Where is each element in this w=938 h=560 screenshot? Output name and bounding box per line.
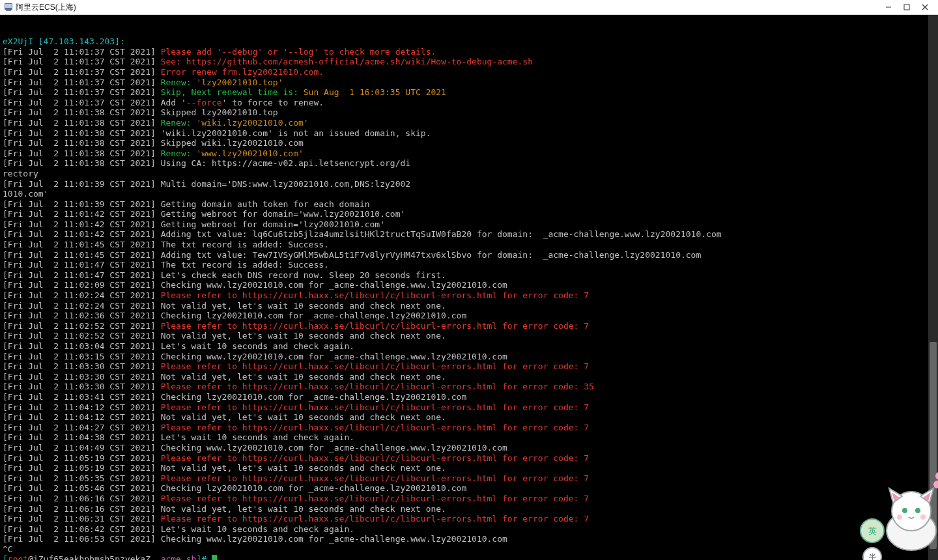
scrollbar[interactable] <box>928 15 938 560</box>
log-line: [Fri Jul 2 11:06:16 CST 2021] Please ref… <box>3 494 935 504</box>
log-line: [Fri Jul 2 11:01:37 CST 2021] Skip, Next… <box>3 87 935 98</box>
log-line: [Fri Jul 2 11:04:38 CST 2021] Let's wait… <box>3 432 935 443</box>
log-line: [Fri Jul 2 11:01:37 CST 2021] See: https… <box>3 57 935 67</box>
log-line: [Fri Jul 2 11:04:12 CST 2021] Not valid … <box>3 412 935 423</box>
log-line: [Fri Jul 2 11:01:37 CST 2021] Error rene… <box>3 67 935 77</box>
ssh-header: eX2UjI [47.103.143.203]: <box>3 36 935 47</box>
log-line: [Fri Jul 2 11:02:24 CST 2021] Not valid … <box>3 301 935 311</box>
log-line: [Fri Jul 2 11:01:47 CST 2021] Let's chec… <box>3 270 935 281</box>
log-line: [Fri Jul 2 11:03:30 CST 2021] Not valid … <box>3 372 935 382</box>
log-line: [Fri Jul 2 11:01:39 CST 2021] Getting do… <box>3 199 935 210</box>
log-line: [Fri Jul 2 11:01:42 CST 2021] Adding txt… <box>3 229 935 240</box>
log-line: [Fri Jul 2 11:04:49 CST 2021] Checking w… <box>3 443 935 453</box>
log-line: [Fri Jul 2 11:01:38 CST 2021] Skipped wi… <box>3 138 935 148</box>
log-line: [Fri Jul 2 11:01:37 CST 2021] Renew: 'lz… <box>3 77 935 88</box>
log-line: [Fri Jul 2 11:01:38 CST 2021] Skipped lz… <box>3 107 935 118</box>
log-line: [Fri Jul 2 11:01:38 CST 2021] Using CA: … <box>3 158 935 169</box>
log-line: [Fri Jul 2 11:05:19 CST 2021] Please ref… <box>3 453 935 464</box>
svg-rect-1 <box>5 4 12 8</box>
log-line: [Fri Jul 2 11:03:15 CST 2021] Checking w… <box>3 352 935 362</box>
log-line: [Fri Jul 2 11:01:45 CST 2021] The txt re… <box>3 240 935 250</box>
window-title: 阿里云ECS(上海) <box>16 2 76 13</box>
log-line: [Fri Jul 2 11:02:36 CST 2021] Checking l… <box>3 311 935 321</box>
log-line: [Fri Jul 2 11:03:04 CST 2021] Let's wait… <box>3 341 935 352</box>
log-line: [Fri Jul 2 11:05:35 CST 2021] Please ref… <box>3 473 935 484</box>
log-line: [Fri Jul 2 11:02:52 CST 2021] Not valid … <box>3 331 935 341</box>
log-line: [Fri Jul 2 11:01:39 CST 2021] Multi doma… <box>3 179 935 189</box>
log-line: [Fri Jul 2 11:01:38 CST 2021] 'wiki.lzy2… <box>3 128 935 139</box>
close-button[interactable] <box>916 0 934 14</box>
log-line: [Fri Jul 2 11:01:42 CST 2021] Getting we… <box>3 219 935 230</box>
log-line-wrap: 1010.com' <box>3 189 935 199</box>
log-line: [Fri Jul 2 11:06:16 CST 2021] Not valid … <box>3 504 935 514</box>
log-line: [Fri Jul 2 11:04:12 CST 2021] Please ref… <box>3 402 935 413</box>
log-line: [Fri Jul 2 11:02:52 CST 2021] Please ref… <box>3 321 935 331</box>
log-line-wrap: rectory <box>3 169 935 179</box>
log-line: [Fri Jul 2 11:01:38 CST 2021] Renew: 'wi… <box>3 118 935 128</box>
svg-rect-2 <box>6 10 11 11</box>
log-line: [Fri Jul 2 11:05:46 CST 2021] Checking l… <box>3 483 935 494</box>
log-line: [Fri Jul 2 11:06:31 CST 2021] Please ref… <box>3 514 935 524</box>
shell-prompt[interactable]: [root@iZuf65eakhpbmsh5pzyekaZ .acme.sh]# <box>3 554 935 560</box>
app-window: 阿里云ECS(上海) eX2UjI [47.103.143.203]:[Fri … <box>0 0 938 560</box>
log-line: [Fri Jul 2 11:01:37 CST 2021] Add '--for… <box>3 98 935 108</box>
log-line: [Fri Jul 2 11:03:41 CST 2021] Checking l… <box>3 392 935 402</box>
log-line: [Fri Jul 2 11:03:30 CST 2021] Please ref… <box>3 361 935 372</box>
log-line: [Fri Jul 2 11:05:19 CST 2021] Not valid … <box>3 463 935 473</box>
minimize-button[interactable] <box>879 0 898 14</box>
log-line: [Fri Jul 2 11:01:42 CST 2021] Getting we… <box>3 209 935 219</box>
titlebar[interactable]: 阿里云ECS(上海) <box>0 0 938 15</box>
terminal-content: eX2UjI [47.103.143.203]:[Fri Jul 2 11:01… <box>3 36 935 560</box>
maximize-button[interactable] <box>898 0 916 14</box>
terminal[interactable]: eX2UjI [47.103.143.203]:[Fri Jul 2 11:01… <box>0 15 938 560</box>
log-line: [Fri Jul 2 11:06:42 CST 2021] Let's wait… <box>3 524 935 535</box>
putty-icon <box>4 3 13 12</box>
interrupt-line: ^C <box>3 544 935 555</box>
svg-line-5 <box>922 5 928 10</box>
svg-line-6 <box>922 5 928 10</box>
log-line: [Fri Jul 2 11:01:38 CST 2021] Renew: 'ww… <box>3 148 935 159</box>
log-line: [Fri Jul 2 11:03:30 CST 2021] Please ref… <box>3 382 935 392</box>
log-line: [Fri Jul 2 11:04:27 CST 2021] Please ref… <box>3 423 935 433</box>
log-line: [Fri Jul 2 11:02:24 CST 2021] Please ref… <box>3 290 935 301</box>
cursor <box>212 555 217 560</box>
log-line: [Fri Jul 2 11:02:09 CST 2021] Checking w… <box>3 280 935 290</box>
scrollbar-thumb[interactable] <box>930 342 937 549</box>
log-line: [Fri Jul 2 11:01:37 CST 2021] Please add… <box>3 47 935 57</box>
log-line: [Fri Jul 2 11:06:53 CST 2021] Checking w… <box>3 534 935 544</box>
log-line: [Fri Jul 2 11:01:47 CST 2021] The txt re… <box>3 260 935 270</box>
svg-rect-4 <box>904 5 909 10</box>
log-line: [Fri Jul 2 11:01:45 CST 2021] Adding txt… <box>3 250 935 260</box>
